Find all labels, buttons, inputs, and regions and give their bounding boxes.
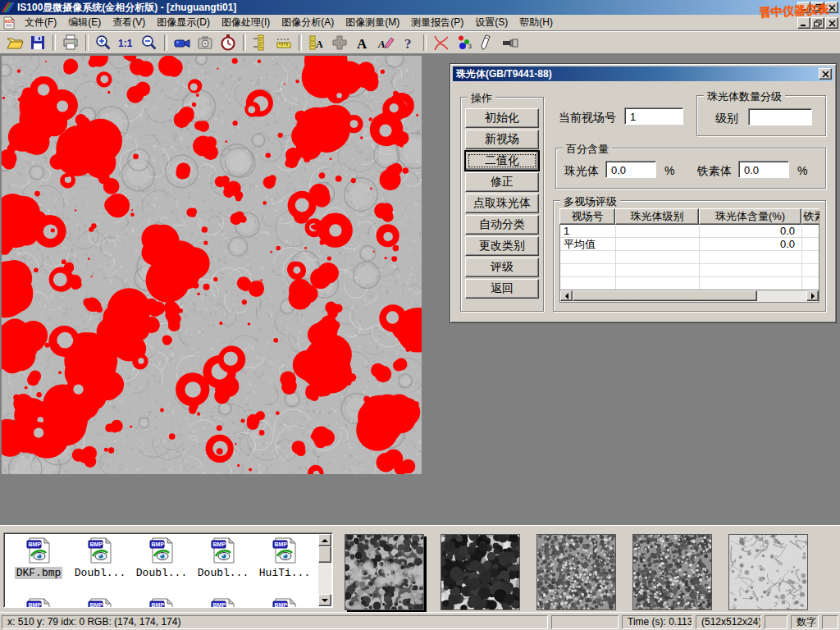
mdi-close-button[interactable] xyxy=(825,17,838,29)
table-row-1[interactable]: 10.0 xyxy=(560,225,819,238)
preview-thumbnail-4[interactable] xyxy=(632,534,712,610)
svg-text:3: 3 xyxy=(468,43,472,49)
pearlite-percent-sign: % xyxy=(664,164,674,177)
toolbar-caliper-button[interactable] xyxy=(250,33,272,52)
bmp-file-icon: BMP xyxy=(194,536,253,567)
preview-thumbnail-3[interactable] xyxy=(536,534,616,610)
menu-item-10[interactable]: 帮助(H) xyxy=(514,14,559,31)
table-header-4[interactable]: 铁素体含量(%) xyxy=(801,208,819,225)
table-header-1[interactable]: 视场号 xyxy=(559,208,615,225)
op-button-6[interactable]: 自动分类 xyxy=(465,215,539,235)
dialog-title-bar[interactable]: 珠光体(GB/T9441-88) xyxy=(453,66,833,81)
ruler-icon xyxy=(275,34,293,52)
file-item-4[interactable]: BMPDoubl... xyxy=(194,536,253,579)
menu-item-7[interactable]: 图像测量(M) xyxy=(340,14,405,31)
op-button-3[interactable]: 二值化 xyxy=(465,151,539,171)
toolbar-zoom-out-button[interactable] xyxy=(139,33,160,52)
percent-group-label: 百分含量 xyxy=(563,142,612,157)
preview-thumbnail-2[interactable] xyxy=(441,534,520,610)
restore-button[interactable] xyxy=(811,2,824,13)
status-bar: x: 510 y: 79 idx: 0 RGB: (174, 174, 174)… xyxy=(0,612,840,630)
file-item-1[interactable]: BMPDKF.bmp xyxy=(9,536,68,579)
table-cell xyxy=(616,277,700,290)
toolbar-capture-button[interactable] xyxy=(194,33,216,52)
file-scrollbar-thumb[interactable] xyxy=(318,546,331,563)
table-cell: 1 xyxy=(560,225,616,237)
pearlite-percent-input[interactable] xyxy=(605,161,656,178)
op-button-4[interactable]: 修正 xyxy=(465,172,539,192)
status-position: x: 510 y: 79 idx: 0 RGB: (174, 174, 174) xyxy=(2,615,548,629)
minimize-button[interactable] xyxy=(797,2,810,13)
phase-colors-icon: 3 xyxy=(455,34,473,52)
current-field-input[interactable] xyxy=(624,107,683,125)
menu-item-5[interactable]: 图像处理(I) xyxy=(216,14,276,31)
toolbar-pen-button[interactable] xyxy=(477,33,498,52)
file-item-row2-4[interactable]: BMP xyxy=(194,597,253,608)
close-button[interactable] xyxy=(825,2,838,13)
toolbar-video-camera-button[interactable] xyxy=(171,33,193,52)
table-header-3[interactable]: 珠光体含量(%) xyxy=(699,208,801,225)
scroll-up-button[interactable] xyxy=(318,534,331,546)
table-row-4[interactable] xyxy=(560,264,819,277)
scroll-right-button[interactable] xyxy=(806,290,819,301)
mdi-minimize-button[interactable] xyxy=(797,17,810,29)
toolbar-brush-button[interactable] xyxy=(500,33,521,52)
document-icon[interactable]: DOC xyxy=(2,16,16,30)
op-button-1[interactable]: 初始化 xyxy=(465,108,539,128)
toolbar-phase-colors-button[interactable]: 3 xyxy=(454,33,475,52)
file-item-row2-2[interactable]: BMP xyxy=(71,597,130,608)
dialog-close-button[interactable] xyxy=(819,68,832,80)
scrollbar-thumb[interactable] xyxy=(573,290,757,301)
menu-item-2[interactable]: 编辑(E) xyxy=(62,14,107,31)
op-button-9[interactable]: 返回 xyxy=(465,279,539,299)
status-image-size: (512x512x24) xyxy=(696,615,761,629)
file-item-2[interactable]: BMPDoubl... xyxy=(71,536,130,579)
menu-item-1[interactable]: 文件(F) xyxy=(19,14,62,31)
table-cell xyxy=(560,264,616,276)
file-item-5[interactable]: BMPHuiTi... xyxy=(255,536,314,579)
toolbar-text-button[interactable]: A xyxy=(352,33,373,52)
toolbar-print-button[interactable] xyxy=(60,33,81,52)
toolbar-annotate-button[interactable]: A xyxy=(375,33,396,52)
micrograph-image[interactable] xyxy=(2,56,422,474)
op-button-8[interactable]: 评级 xyxy=(465,258,539,277)
file-item-3[interactable]: BMPDoubl... xyxy=(132,536,191,579)
scroll-left-button[interactable] xyxy=(560,290,573,301)
toolbar-timer-button[interactable] xyxy=(217,33,239,52)
table-header-2[interactable]: 珠光体级别 xyxy=(615,208,699,225)
op-button-2[interactable]: 新视场 xyxy=(465,130,539,149)
toolbar-curve-tool-button[interactable] xyxy=(431,33,452,52)
preview-thumbnail-5[interactable] xyxy=(728,534,808,610)
ferrite-percent-input[interactable] xyxy=(738,161,789,178)
file-item-row2-3[interactable]: BMP xyxy=(132,597,191,608)
op-button-5[interactable]: 点取珠光体 xyxy=(465,194,539,213)
table-horizontal-scrollbar[interactable] xyxy=(559,290,819,303)
menu-item-8[interactable]: 测量报告(P) xyxy=(405,14,469,31)
table-row-5[interactable] xyxy=(560,277,819,290)
table-row-3[interactable] xyxy=(560,251,819,264)
toolbar-actual-size-button[interactable]: 1:1 xyxy=(116,33,137,52)
percent-group: 百分含量 珠光体 % 铁素体 % xyxy=(555,148,826,189)
application-window: IS100显微摄像系统(金相分析版) - [zhuguangti01] 晋中仪器… xyxy=(0,0,840,630)
table-row-2[interactable]: 平均值0.0 xyxy=(560,238,819,251)
file-item-row2-1[interactable]: BMP xyxy=(9,597,68,608)
menu-item-9[interactable]: 设置(S) xyxy=(469,14,514,31)
file-item-row2-5[interactable]: BMP xyxy=(255,597,314,608)
toolbar-zoom-in-button[interactable] xyxy=(93,33,114,52)
toolbar-save-button[interactable] xyxy=(27,33,48,52)
title-bar[interactable]: IS100显微摄像系统(金相分析版) - [zhuguangti01] xyxy=(0,0,840,15)
mdi-restore-button[interactable] xyxy=(811,17,824,29)
toolbar-measure-text-button[interactable]: A xyxy=(306,33,327,52)
menu-item-3[interactable]: 查看(V) xyxy=(107,14,151,31)
op-button-7[interactable]: 更改类别 xyxy=(465,236,539,256)
toolbar-help-button[interactable]: ? xyxy=(398,33,419,52)
toolbar-grid-button[interactable] xyxy=(329,33,350,52)
file-list-scrollbar[interactable] xyxy=(318,534,331,606)
menu-item-4[interactable]: 图像显示(D) xyxy=(151,14,216,31)
preview-thumbnail-1[interactable] xyxy=(345,534,424,610)
scroll-down-button[interactable] xyxy=(318,594,331,606)
level-input[interactable] xyxy=(748,108,812,126)
toolbar-ruler-button[interactable] xyxy=(273,33,294,52)
toolbar-open-button[interactable] xyxy=(4,33,25,52)
menu-item-6[interactable]: 图像分析(A) xyxy=(276,14,340,31)
